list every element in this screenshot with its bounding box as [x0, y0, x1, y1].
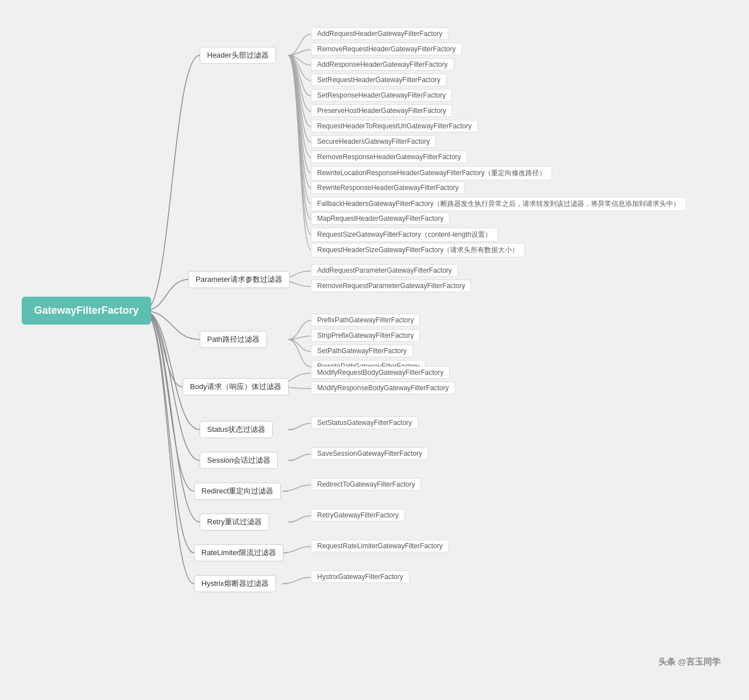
leaf-HystrixGatewayFilter: HystrixGatewayFilterFactory	[311, 570, 410, 583]
leaf-RetryGatewayFilterFa: RetryGatewayFilterFactory	[311, 509, 405, 521]
leaf-SetResponseHeaderGat: SetResponseHeaderGatewayFilterFactory	[311, 89, 452, 102]
leaf-RequestHeaderSizeGat: RequestHeaderSizeGatewayFilterFactory（请求…	[311, 243, 525, 257]
leaf-SetStatusGatewayFilt: SetStatusGatewayFilterFactory	[311, 416, 418, 429]
leaf-ModifyResponseBodyGa: ModifyResponseBodyGatewayFilterFactory	[311, 382, 455, 394]
branch-Status状态过滤器: Status状态过滤器	[200, 421, 273, 438]
leaf-RemoveResponseHeader: RemoveResponseHeaderGatewayFilterFactory	[311, 151, 467, 163]
leaf-RemoveRequestParamet: RemoveRequestParameterGatewayFilterFacto…	[311, 280, 471, 292]
mind-map: GatewayFilterFactory 头条 @言玉同学 Header头部过滤…	[11, 11, 738, 685]
branch-Session会话过滤器: Session会话过滤器	[200, 452, 278, 469]
leaf-RequestRateLimiterGa: RequestRateLimiterGatewayFilterFactory	[311, 540, 449, 552]
branch-Header头部过滤器: Header头部过滤器	[200, 47, 276, 64]
leaf-RequestSizeGatewayFi: RequestSizeGatewayFilterFactory（content-…	[311, 228, 498, 242]
leaf-PreserveHostHeaderGa: PreserveHostHeaderGatewayFilterFactory	[311, 104, 452, 117]
leaf-ModifyRequestBodyGat: ModifyRequestBodyGatewayFilterFactory	[311, 366, 450, 379]
branch-Body请求（响应）体过滤器: Body请求（响应）体过滤器	[183, 378, 289, 395]
leaf-AddResponseHeaderGat: AddResponseHeaderGatewayFilterFactory	[311, 58, 454, 71]
branch-RateLimiter限流过滤器: RateLimiter限流过滤器	[194, 544, 284, 561]
leaf-RewriteLocationRespo: RewriteLocationResponseHeaderGatewayFilt…	[311, 166, 552, 180]
leaf-PrefixPathGatewayFil: PrefixPathGatewayFilterFactory	[311, 314, 420, 326]
leaf-AddRequestParameterG: AddRequestParameterGatewayFilterFactory	[311, 264, 458, 277]
leaf-AddRequestHeaderGate: AddRequestHeaderGatewayFilterFactory	[311, 27, 448, 40]
branch-Hystrix熔断器过滤器: Hystrix熔断器过滤器	[194, 575, 276, 592]
watermark: 头条 @言玉同学	[658, 657, 720, 667]
leaf-RequestHeaderToReque: RequestHeaderToRequestUriGatewayFilterFa…	[311, 120, 478, 132]
leaf-RedirectToGatewayFil: RedirectToGatewayFilterFactory	[311, 478, 421, 491]
leaf-StripPrefixGatewayFi: StripPrefixGatewayFilterFactory	[311, 329, 420, 342]
branch-Path路径过滤器: Path路径过滤器	[200, 331, 267, 348]
leaf-MapRequestHeaderGate: MapRequestHeaderGatewayFilterFactory	[311, 212, 450, 225]
leaf-SetRequestHeaderGate: SetRequestHeaderGatewayFilterFactory	[311, 74, 447, 86]
root-node: GatewayFilterFactory	[22, 297, 151, 325]
branch-Retry重试过滤器: Retry重试过滤器	[200, 513, 269, 531]
leaf-RewriteResponseHeade: RewriteResponseHeaderGatewayFilterFactor…	[311, 181, 465, 194]
leaf-SetPathGatewayFilter: SetPathGatewayFilterFactory	[311, 345, 413, 357]
branch-Parameter请求参数过滤器: Parameter请求参数过滤器	[188, 271, 290, 288]
branch-Redirect重定向过滤器: Redirect重定向过滤器	[194, 483, 281, 500]
leaf-RemoveRequestHeaderG: RemoveRequestHeaderGatewayFilterFactory	[311, 43, 462, 55]
page: GatewayFilterFactory 头条 @言玉同学 Header头部过滤…	[0, 0, 749, 700]
leaf-FallbackHeadersGatew: FallbackHeadersGatewayFilterFactory（断路器发…	[311, 197, 686, 211]
leaf-SecureHeadersGateway: SecureHeadersGatewayFilterFactory	[311, 135, 436, 148]
leaf-SaveSessionGatewayFi: SaveSessionGatewayFilterFactory	[311, 447, 428, 460]
